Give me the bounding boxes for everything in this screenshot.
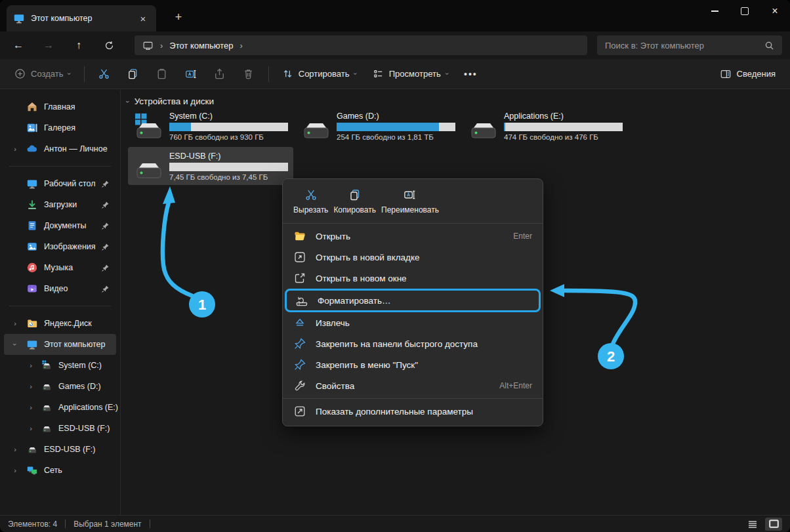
up-button[interactable]: ↑ (68, 35, 89, 55)
quick-cut-button[interactable]: Вырезать (292, 187, 329, 216)
menu-item-eject[interactable]: Извлечь (283, 312, 543, 333)
sidebar-item-documents[interactable]: Документы (4, 215, 116, 236)
address-row: ← → ↑ › Этот компьютер › Поиск в: Этот к… (0, 31, 790, 59)
quick-copy-button[interactable]: Копировать (332, 187, 377, 216)
capacity-bar (337, 123, 455, 131)
menu-item-open[interactable]: Открыть Enter (283, 226, 543, 247)
refresh-button[interactable] (98, 35, 119, 55)
drive-name: ESD-USB (F:) (169, 152, 288, 161)
menu-item-properties[interactable]: Свойства Alt+Enter (283, 375, 543, 396)
menu-item-format[interactable]: Форматировать… (285, 289, 541, 312)
back-button[interactable]: ← (8, 35, 29, 55)
chevron-right-icon[interactable]: › (12, 319, 18, 327)
drive-name: Games (D:) (337, 112, 455, 121)
chevron-right-icon[interactable]: › (12, 466, 18, 474)
sidebar-item-pictures[interactable]: Изображения (4, 236, 116, 257)
drive-icon (468, 112, 498, 140)
sidebar-item-videos[interactable]: Видео (4, 278, 116, 299)
drive-tile-system-c[interactable]: System (C:) 760 ГБ свободно из 930 ГБ (128, 107, 293, 145)
chevron-right-icon[interactable]: › (28, 424, 34, 432)
drive-tile-esd-usb-f[interactable]: ESD-USB (F:) 7,45 ГБ свободно из 7,45 ГБ (128, 147, 293, 185)
sidebar-item-desktop[interactable]: Рабочий стол (4, 173, 116, 194)
chevron-right-icon[interactable]: › (28, 403, 34, 411)
status-separator (150, 520, 150, 528)
rename-button[interactable] (178, 63, 204, 85)
cloud-icon (26, 143, 38, 155)
drive-tile-applications-e[interactable]: Applications (E:) 474 ГБ свободно из 476… (463, 107, 628, 145)
sidebar-item-drive-c[interactable]: › System (C:) (4, 355, 116, 376)
minimize-button[interactable] (699, 0, 730, 22)
breadcrumb-item[interactable]: Этот компьютер (169, 41, 233, 51)
toolbar-separator (84, 66, 85, 82)
sidebar-item-drive-f[interactable]: › ESD-USB (F:) (4, 418, 116, 439)
delete-button[interactable] (236, 63, 262, 85)
chevron-right-icon[interactable]: › (12, 145, 18, 153)
this-pc-icon (26, 338, 38, 350)
items-count: Элементов: 4 (8, 520, 57, 529)
sidebar-item-drive-d[interactable]: › Games (D:) (4, 376, 116, 397)
copy-button[interactable] (120, 63, 146, 85)
section-title: Устройства и диски (135, 96, 214, 106)
sidebar-item-esd-usb[interactable]: › ESD-USB (F:) (4, 439, 116, 460)
sidebar-item-music[interactable]: Музыка (4, 257, 116, 278)
details-view-button[interactable] (744, 518, 761, 531)
forward-button[interactable]: → (38, 35, 59, 55)
chevron-right-icon[interactable]: › (28, 361, 34, 369)
quick-rename-button[interactable]: Переименовать (380, 187, 440, 216)
selection-count: Выбран 1 элемент (73, 520, 141, 529)
shortcut-label: Alt+Enter (499, 381, 532, 390)
documents-icon (26, 220, 38, 232)
search-placeholder: Поиск в: Этот компьютер (605, 41, 764, 51)
cut-button[interactable] (91, 63, 117, 85)
capacity-bar (504, 123, 623, 131)
view-icon (373, 68, 384, 79)
chevron-right-icon[interactable]: › (28, 382, 34, 390)
sidebar-item-network[interactable]: › Сеть (4, 460, 116, 481)
search-icon (764, 41, 774, 51)
sidebar-item-gallery[interactable]: Галерея (4, 117, 116, 138)
drive-icon (41, 380, 52, 392)
drive-tile-games-d[interactable]: Games (D:) 254 ГБ свободно из 1,81 ТБ (295, 107, 461, 145)
explorer-tab[interactable]: Этот компьютер × (7, 5, 156, 31)
view-button[interactable]: Просмотреть› (366, 63, 455, 85)
sidebar-item-home[interactable]: Главная (4, 96, 116, 117)
chevron-down-icon[interactable]: › (11, 341, 19, 348)
music-icon (26, 262, 38, 274)
details-view-icon (748, 520, 757, 528)
computer-breadcrumb-icon (142, 40, 154, 51)
status-separator (65, 520, 66, 528)
create-button[interactable]: Создать› (8, 63, 77, 85)
menu-item-open-new-tab[interactable]: Открыть в новой вкладке (283, 247, 543, 268)
pin-icon (101, 264, 110, 272)
sort-button[interactable]: Сортировать› (276, 63, 364, 85)
new-tab-button[interactable]: + (171, 9, 186, 25)
section-devices-and-drives[interactable]: › Устройства и диски (127, 96, 214, 106)
breadcrumb-bar[interactable]: › Этот компьютер › (135, 35, 587, 55)
icons-view-button[interactable] (765, 518, 782, 531)
paste-button[interactable] (149, 63, 175, 85)
menu-item-pin-start[interactable]: Закрепить в меню "Пуск" (283, 354, 543, 375)
sidebar-item-drive-e[interactable]: › Applications (E:) (4, 397, 116, 418)
tab-close-button[interactable]: × (136, 12, 150, 25)
open-new-window-icon (293, 272, 306, 285)
close-button[interactable]: × (760, 0, 790, 22)
share-button[interactable] (207, 63, 233, 85)
sidebar-item-yandex-disk[interactable]: › Яндекс.Диск (4, 313, 116, 334)
sidebar-item-onedrive[interactable]: › Антон — Личное (4, 138, 116, 159)
sidebar-item-this-pc[interactable]: › Этот компьютер (4, 334, 116, 355)
sidebar-item-downloads[interactable]: Загрузки (4, 194, 116, 215)
menu-separator (283, 223, 543, 224)
details-pane-button[interactable]: Сведения (713, 63, 782, 85)
menu-item-show-more-options[interactable]: Показать дополнительные параметры (283, 401, 543, 422)
search-box[interactable]: Поиск в: Этот компьютер (597, 35, 782, 55)
explorer-window: Этот компьютер × + × ← → ↑ › Этот компью… (0, 0, 790, 532)
capacity-bar-fill (504, 123, 505, 131)
copy-icon (127, 68, 139, 80)
maximize-button[interactable] (730, 0, 760, 22)
chevron-right-icon[interactable]: › (12, 445, 18, 453)
more-options-button[interactable]: ••• (457, 63, 484, 85)
menu-item-open-new-window[interactable]: Открыть в новом окне (283, 268, 543, 289)
menu-separator (283, 398, 543, 399)
menu-item-pin-quick-access[interactable]: Закрепить на панели быстрого доступа (283, 333, 543, 354)
refresh-icon (104, 41, 114, 51)
